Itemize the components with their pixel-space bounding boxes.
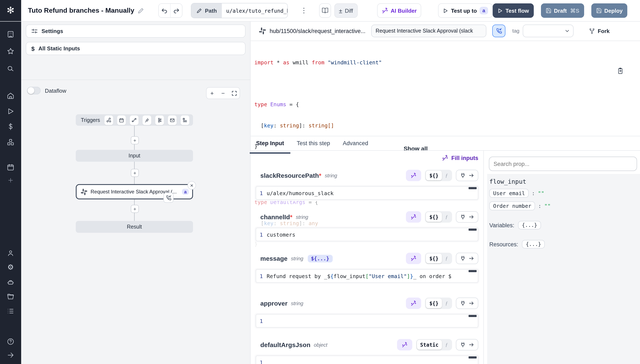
ai-fill-button[interactable]	[397, 339, 412, 350]
test-up-to-button[interactable]: Test up to a	[438, 4, 493, 18]
connect-input-button[interactable]	[456, 298, 478, 309]
tab-test-this-step[interactable]: Test this step	[296, 137, 331, 150]
prop-key-chip[interactable]: Order number	[489, 202, 535, 210]
function-mode-option[interactable]: ƒ	[442, 255, 451, 262]
http-route-trigger-button[interactable]	[130, 115, 139, 125]
sidebar-item-help[interactable]	[0, 338, 21, 346]
field-value-editor[interactable]: 1	[256, 314, 478, 328]
editor-scrollbar-thumb[interactable]	[468, 356, 476, 358]
sidebar-item-folders[interactable]	[0, 293, 21, 300]
search-prop-input[interactable]	[489, 156, 637, 171]
flow-input-root[interactable]: flow_input	[489, 178, 640, 185]
copy-code-button[interactable]	[617, 67, 624, 74]
add-step-button-middle[interactable]: +	[131, 169, 139, 177]
sidebar-item-favorites[interactable]	[0, 48, 21, 55]
all-static-inputs-button[interactable]: $ All Static Inputs	[26, 42, 246, 55]
fill-inputs-button[interactable]: Fill inputs	[442, 155, 478, 161]
draft-button[interactable]: Draft ⌘S	[541, 4, 584, 18]
field-value-editor[interactable]: 1 Refund request by _${flow_input["User …	[256, 269, 478, 283]
connect-input-button[interactable]	[456, 339, 478, 350]
fit-view-button[interactable]	[228, 90, 240, 96]
sidebar-item-users[interactable]	[0, 249, 21, 257]
tag-select[interactable]	[523, 24, 574, 37]
ai-fill-button[interactable]	[406, 211, 422, 223]
input-mode-toggle[interactable]: Static ƒ	[416, 339, 452, 350]
field-value-editor[interactable]: 1 u/alex/humorous_slack	[256, 186, 478, 200]
sidebar-item-apps[interactable]	[0, 30, 21, 38]
input-mode-active[interactable]: ${}	[426, 298, 442, 308]
windmill-logo[interactable]: ✻	[0, 0, 21, 21]
kafka-trigger-button[interactable]	[155, 115, 164, 125]
input-mode-toggle[interactable]: ${} ƒ	[425, 170, 452, 181]
sidebar-item-workers[interactable]	[0, 278, 21, 286]
add-step-button-bottom[interactable]: +	[131, 205, 139, 213]
tab-step-input[interactable]: Step Input	[255, 137, 285, 150]
field-value[interactable]: Refund request by _${flow_input["User em…	[267, 273, 452, 279]
function-mode-option[interactable]: ƒ	[442, 172, 451, 178]
email-trigger-button[interactable]	[168, 115, 177, 125]
sidebar-item-add[interactable]	[0, 177, 21, 184]
add-step-button-top[interactable]: +	[131, 136, 139, 144]
field-value[interactable]: u/alex/humorous_slack	[267, 190, 334, 196]
editor-scrollbar-thumb[interactable]	[468, 270, 476, 272]
undo-button[interactable]	[159, 4, 170, 17]
diff-button[interactable]: ± Diff	[334, 4, 358, 18]
editor-scrollbar-thumb[interactable]	[468, 315, 476, 317]
flow-settings-button[interactable]: Settings	[26, 24, 246, 38]
input-mode-toggle[interactable]: ${} ƒ	[425, 211, 452, 223]
function-mode-option[interactable]: ƒ	[442, 214, 451, 220]
sidebar-item-settings[interactable]: ⚙	[0, 264, 21, 271]
slack-approval-step-node[interactable]: Request Interactive Slack Approval (... …	[76, 184, 193, 199]
redo-button[interactable]	[170, 4, 182, 17]
connect-input-button[interactable]	[456, 211, 478, 223]
fork-button[interactable]: Fork	[589, 28, 610, 34]
sidebar-item-logs[interactable]	[0, 307, 21, 315]
input-mode-active[interactable]: ${}	[426, 212, 442, 222]
sidebar-item-search[interactable]	[0, 65, 21, 72]
sidebar-item-home[interactable]	[0, 92, 21, 100]
connect-input-button[interactable]	[456, 170, 478, 181]
ai-fill-button[interactable]	[406, 298, 422, 309]
poll-trigger-button[interactable]	[180, 115, 190, 125]
ai-builder-button[interactable]: AI Builder	[377, 4, 422, 18]
edit-title-icon[interactable]	[138, 8, 144, 14]
sidebar-item-schedules[interactable]	[0, 164, 21, 171]
editor-scrollbar-thumb[interactable]	[468, 187, 476, 189]
zoom-out-button[interactable]: −	[218, 90, 228, 96]
step-title-input[interactable]	[372, 24, 486, 37]
zoom-in-button[interactable]: +	[206, 90, 218, 96]
function-mode-option[interactable]: ƒ	[442, 300, 451, 306]
input-mode-active[interactable]: Static	[417, 340, 442, 350]
connect-input-button[interactable]	[456, 253, 478, 264]
input-mode-active[interactable]: ${}	[426, 170, 442, 180]
path-label[interactable]: Path	[191, 4, 222, 18]
sidebar-item-variables[interactable]	[0, 123, 21, 130]
input-mode-active[interactable]: ${}	[426, 254, 442, 263]
editor-scrollbar-thumb[interactable]	[468, 228, 476, 231]
hub-script-path[interactable]: hub/11500/slack/request_interactive...	[270, 28, 366, 34]
dataflow-toggle[interactable]	[27, 87, 41, 94]
webhook-trigger-button[interactable]	[104, 115, 114, 125]
input-node[interactable]: Input	[76, 150, 193, 162]
websocket-trigger-button[interactable]	[142, 115, 152, 125]
sidebar-item-runs[interactable]	[0, 108, 21, 115]
test-flow-button[interactable]: Test flow	[493, 4, 534, 18]
input-mode-toggle[interactable]: ${} ƒ	[425, 298, 452, 309]
field-value-editor[interactable]: 1	[256, 356, 478, 364]
suspend-approval-button[interactable]	[492, 24, 506, 37]
variables-expand-chip[interactable]: {...}	[518, 221, 541, 230]
result-node[interactable]: Result	[76, 221, 193, 233]
prop-key-chip[interactable]: User email	[489, 189, 529, 198]
field-value-editor[interactable]: 1 customers	[256, 228, 478, 241]
function-mode-option[interactable]: ƒ	[442, 342, 451, 348]
docs-button[interactable]	[319, 4, 331, 18]
deploy-button[interactable]: Deploy	[591, 4, 627, 18]
tab-advanced[interactable]: Advanced	[342, 137, 369, 150]
script-code-preview[interactable]: import * as wmill from "windmill-client"…	[250, 41, 640, 136]
sidebar-expand-button[interactable]	[0, 351, 21, 359]
field-value[interactable]: customers	[267, 231, 295, 238]
ai-fill-button[interactable]	[406, 170, 422, 181]
remove-step-button[interactable]: ✕	[188, 181, 196, 190]
input-mode-toggle[interactable]: ${} ƒ	[425, 253, 452, 264]
path-input[interactable]	[222, 4, 288, 18]
